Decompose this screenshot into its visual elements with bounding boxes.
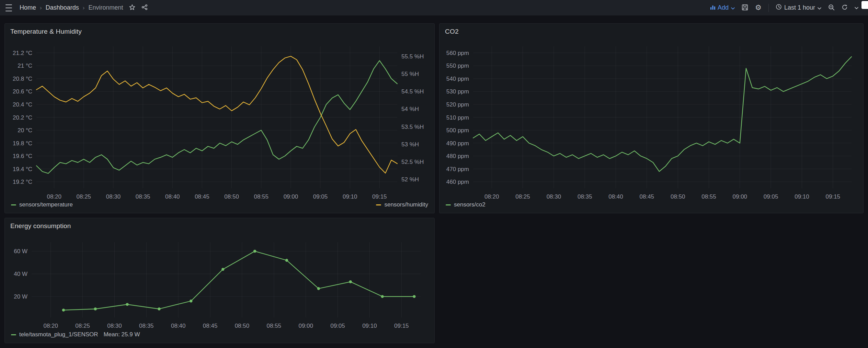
- svg-text:20.6 °C: 20.6 °C: [13, 88, 32, 95]
- svg-text:19.2 °C: 19.2 °C: [13, 179, 32, 185]
- svg-text:52.5 %H: 52.5 %H: [401, 159, 424, 165]
- breadcrumb-dashboards[interactable]: Dashboards: [46, 4, 79, 11]
- svg-text:09:05: 09:05: [313, 193, 328, 199]
- refresh-button[interactable]: [842, 4, 848, 11]
- save-dashboard-button[interactable]: [742, 4, 748, 12]
- panel-title: CO2: [445, 28, 459, 35]
- co2-chart[interactable]: 08:2008:2508:3008:3508:4008:4508:5008:55…: [442, 39, 860, 199]
- svg-text:09:15: 09:15: [372, 193, 387, 199]
- legend: tele/tasmota_plug_1/SENSOR Mean: 25.9 W: [5, 329, 434, 343]
- breadcrumb: Home › Dashboards › Environment: [20, 4, 123, 11]
- gear-icon: ⚙: [755, 4, 762, 11]
- svg-text:53 %H: 53 %H: [401, 141, 419, 148]
- svg-text:08:55: 08:55: [701, 193, 716, 199]
- svg-text:52 %H: 52 %H: [401, 176, 419, 183]
- menu-toggle-button[interactable]: [5, 4, 12, 11]
- series-color-chip: [11, 204, 16, 205]
- nav-actions: Add ⚙ Last 1 hour: [710, 4, 858, 12]
- svg-text:560 ppm: 560 ppm: [446, 50, 469, 56]
- svg-text:550 ppm: 550 ppm: [446, 63, 469, 69]
- svg-text:19.8 °C: 19.8 °C: [13, 140, 32, 147]
- svg-text:460 ppm: 460 ppm: [446, 179, 469, 185]
- chevron-down-icon: [731, 4, 735, 11]
- breadcrumb-environment: Environment: [88, 4, 123, 11]
- series-color-chip: [446, 204, 451, 205]
- svg-text:08:30: 08:30: [106, 193, 121, 199]
- temperature-humidity-chart[interactable]: 08:2008:2508:3008:3508:4008:4508:5008:55…: [8, 39, 432, 199]
- svg-text:09:10: 09:10: [795, 193, 809, 199]
- svg-text:09:05: 09:05: [330, 323, 345, 329]
- energy-chart[interactable]: 08:2008:2508:3008:3508:4008:4508:5008:55…: [8, 233, 432, 329]
- top-nav: Home › Dashboards › Environment: [0, 0, 868, 15]
- panel-header[interactable]: Temperature & Humidity: [5, 24, 434, 39]
- panel-energy-consumption: Energy consumption 08:2008:2508:3008:350…: [4, 218, 435, 343]
- svg-text:480 ppm: 480 ppm: [446, 153, 469, 159]
- nav-divider: [768, 4, 769, 12]
- breadcrumb-separator: ›: [40, 4, 42, 11]
- svg-text:08:40: 08:40: [608, 193, 623, 199]
- svg-text:08:50: 08:50: [235, 323, 250, 329]
- svg-text:55 %H: 55 %H: [401, 71, 419, 77]
- svg-text:470 ppm: 470 ppm: [446, 166, 469, 172]
- svg-text:60 W: 60 W: [14, 248, 27, 255]
- svg-text:09:10: 09:10: [343, 193, 357, 199]
- legend: sensors/co2: [439, 199, 863, 213]
- dashboard-settings-button[interactable]: ⚙: [755, 4, 762, 11]
- svg-text:08:20: 08:20: [47, 193, 61, 199]
- legend-item-co2[interactable]: sensors/co2: [446, 201, 486, 208]
- svg-text:520 ppm: 520 ppm: [446, 101, 469, 108]
- legend-item-energy[interactable]: tele/tasmota_plug_1/SENSOR: [11, 331, 98, 338]
- svg-text:08:40: 08:40: [171, 323, 186, 329]
- svg-text:09:00: 09:00: [284, 193, 298, 199]
- legend-label: sensors/co2: [454, 201, 486, 208]
- svg-text:21 °C: 21 °C: [18, 63, 32, 69]
- legend-mean-value: Mean: 25.9 W: [104, 331, 140, 338]
- add-button[interactable]: Add: [710, 4, 735, 11]
- svg-text:09:15: 09:15: [826, 193, 841, 199]
- panel-title: Energy consumption: [10, 222, 71, 229]
- star-icon: [129, 4, 135, 11]
- favorite-star-button[interactable]: [129, 4, 135, 11]
- svg-text:510 ppm: 510 ppm: [446, 114, 469, 121]
- zoom-out-icon: [828, 4, 835, 12]
- time-range-picker[interactable]: Last 1 hour: [776, 4, 821, 12]
- legend-label: sensors/humidity: [384, 201, 428, 208]
- zoom-out-time-button[interactable]: [828, 4, 835, 12]
- breadcrumb-separator: ›: [83, 4, 85, 11]
- svg-text:540 ppm: 540 ppm: [446, 76, 469, 82]
- legend-label: tele/tasmota_plug_1/SENSOR: [19, 331, 98, 338]
- panel-header[interactable]: Energy consumption: [5, 218, 434, 233]
- svg-text:09:00: 09:00: [733, 193, 747, 199]
- add-panel-icon: [710, 4, 715, 11]
- svg-text:19.4 °C: 19.4 °C: [13, 166, 32, 172]
- refresh-interval-dropdown[interactable]: [855, 5, 858, 10]
- share-dashboard-button[interactable]: [141, 4, 148, 11]
- svg-text:08:35: 08:35: [139, 323, 154, 329]
- panel-header[interactable]: CO2: [439, 24, 863, 39]
- svg-text:08:55: 08:55: [254, 193, 269, 199]
- time-range-label: Last 1 hour: [784, 4, 815, 11]
- svg-text:08:45: 08:45: [195, 193, 209, 199]
- scrollbar-artifact: [861, 1, 868, 9]
- legend-label: sensors/temperature: [19, 201, 73, 208]
- svg-text:19.6 °C: 19.6 °C: [13, 153, 32, 159]
- svg-text:54 %H: 54 %H: [401, 106, 419, 112]
- panel-co2: CO2 08:2008:2508:3008:3508:4008:4508:500…: [439, 23, 864, 213]
- svg-text:55.5 %H: 55.5 %H: [401, 53, 424, 60]
- breadcrumb-home[interactable]: Home: [20, 4, 36, 11]
- svg-text:20.8 °C: 20.8 °C: [13, 76, 32, 82]
- legend-item-humidity[interactable]: sensors/humidity: [376, 201, 428, 208]
- svg-text:09:05: 09:05: [764, 193, 778, 199]
- svg-text:09:15: 09:15: [394, 323, 409, 329]
- svg-text:08:40: 08:40: [165, 193, 180, 199]
- chevron-down-icon: [855, 5, 858, 10]
- legend: sensors/temperature sensors/humidity: [5, 199, 434, 213]
- svg-text:08:30: 08:30: [107, 323, 122, 329]
- svg-text:08:50: 08:50: [671, 193, 685, 199]
- svg-text:08:25: 08:25: [77, 193, 91, 199]
- svg-text:54.5 %H: 54.5 %H: [401, 88, 424, 95]
- legend-item-temperature[interactable]: sensors/temperature: [11, 201, 73, 208]
- svg-text:08:30: 08:30: [547, 193, 561, 199]
- svg-text:40 W: 40 W: [14, 271, 27, 277]
- svg-text:08:35: 08:35: [578, 193, 592, 199]
